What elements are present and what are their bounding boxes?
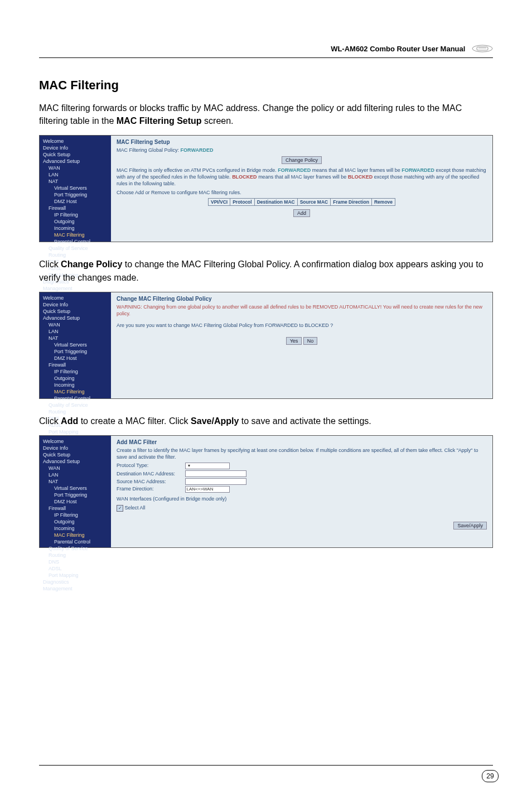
save-apply-button[interactable]: Save/Apply [453,522,487,530]
page-number: 29 [482,770,499,782]
policy-description: MAC Filtering is only effective on ATM P… [117,167,487,187]
screenshot-add-mac-filter: WelcomeDevice InfoQuick SetupAdvanced Se… [39,435,493,548]
sidebar-item[interactable]: DMZ Host [41,198,110,205]
sidebar-item[interactable]: Device Info [41,445,110,451]
add-filter-paragraph: Click Add to create a MAC filter. Click … [39,415,493,427]
sidebar-item[interactable]: Advanced Setup [41,158,110,165]
src-mac-label: Source MAC Address: [117,479,183,484]
sidebar-item[interactable]: Port Mapping [41,429,110,435]
src-mac-input[interactable] [185,478,246,485]
sidebar-item[interactable]: Parental Control [41,238,110,245]
select-all-checkbox[interactable]: ✓ [117,505,123,512]
protocol-type-select[interactable]: ▾ [185,463,230,469]
footer-rule [39,765,493,766]
no-button[interactable]: No [303,337,318,345]
sidebar-item[interactable]: Device Info [41,145,110,151]
sidebar-item[interactable]: Quick Setup [41,308,110,315]
panel-title: MAC Filtering Setup [117,139,487,145]
svg-point-0 [472,45,492,52]
sidebar-item[interactable]: Parental Control [41,538,110,545]
frame-direction-select[interactable]: LAN<=>WAN [185,486,230,493]
sidebar-item[interactable]: Virtual Servers [41,185,110,191]
device-icon [472,45,493,54]
sidebar-item[interactable]: DNS [41,559,110,565]
sidebar-item[interactable]: Welcome [41,138,110,145]
sidebar-item[interactable]: MAC Filtering [41,388,110,395]
sidebar-item[interactable]: Outgoing [41,518,110,525]
sidebar-item[interactable]: Welcome [41,438,110,445]
sidebar-item[interactable]: Welcome [41,295,110,301]
sidebar-item[interactable]: MAC Filtering [41,232,110,238]
sidebar-item[interactable]: DMZ Host [41,498,110,505]
confirm-text: Are you sure you want to change MAC Filt… [117,323,487,329]
sidebar-item[interactable]: Incoming [41,382,110,388]
sidebar-item[interactable]: IP Filtering [41,211,110,218]
table-header: Remove [371,199,395,206]
sidebar-item[interactable]: Port Triggering [41,348,110,355]
router-sidebar: WelcomeDevice InfoQuick SetupAdvanced Se… [40,436,111,547]
mac-filter-table: VPI/VCIProtocolDestination MACSource MAC… [208,198,395,206]
sidebar-item[interactable]: Incoming [41,525,110,532]
sidebar-item[interactable]: Advanced Setup [41,458,110,465]
sidebar-item[interactable]: NAT [41,478,110,485]
table-header: VPI/VCI [208,199,230,206]
sidebar-item[interactable]: WAN [41,165,110,171]
sidebar-item[interactable]: Quality of Service [41,245,110,252]
sidebar-item[interactable]: LAN [41,171,110,178]
manual-title: WL-AM602 Combo Router User Manual [331,45,465,53]
sidebar-item[interactable]: Port Mapping [41,572,110,579]
sidebar-item[interactable]: Firewall [41,205,110,211]
sidebar-item[interactable]: NAT [41,178,110,185]
sidebar-item[interactable]: LAN [41,328,110,335]
sidebar-item[interactable]: Firewall [41,362,110,368]
sidebar-item[interactable]: Diagnostics [41,579,110,585]
sidebar-item[interactable]: Quality of Service [41,402,110,408]
sidebar-item[interactable]: Routing [41,552,110,559]
yes-button[interactable]: Yes [286,337,302,345]
sidebar-item[interactable]: Advanced Setup [41,315,110,321]
sidebar-item[interactable]: Management [41,285,110,292]
add-filter-description: Create a filter to identify the MAC laye… [117,447,487,460]
sidebar-item[interactable]: Quick Setup [41,451,110,458]
sidebar-item[interactable]: Management [41,585,110,592]
panel-title: Add MAC Filter [117,439,487,445]
panel-title: Change MAC Filtering Global Policy [117,296,487,302]
sidebar-item[interactable]: Port Triggering [41,191,110,198]
sidebar-item[interactable]: WAN [41,321,110,328]
policy-line: MAC Filtering Global Policy: FORWARDED [117,147,487,153]
change-policy-button[interactable]: Change Policy [282,156,322,164]
sidebar-item[interactable]: NAT [41,335,110,341]
table-header: Frame Direction [331,199,372,206]
section-title: MAC Filtering [39,78,493,93]
sidebar-item[interactable]: IP Filtering [41,368,110,375]
router-main-panel: Add MAC Filter Create a filter to identi… [111,436,492,547]
table-header: Source MAC [297,199,331,206]
sidebar-item[interactable]: ADSL [41,565,110,572]
sidebar-item[interactable]: DMZ Host [41,355,110,362]
sidebar-item[interactable]: IP Filtering [41,512,110,518]
sidebar-item[interactable]: Quick Setup [41,151,110,158]
sidebar-item[interactable]: WAN [41,465,110,471]
sidebar-item[interactable]: Virtual Servers [41,341,110,348]
add-button[interactable]: Add [293,209,310,217]
table-header: Protocol [230,199,254,206]
sidebar-item[interactable]: Outgoing [41,218,110,225]
sidebar-item[interactable]: LAN [41,471,110,478]
router-main-panel: Change MAC Filtering Global Policy WARNI… [111,292,492,398]
intro-paragraph: MAC filtering forwards or blocks traffic… [39,102,493,127]
sidebar-item[interactable]: Outgoing [41,375,110,382]
table-header: Destination MAC [254,199,297,206]
change-policy-paragraph: Click Change Policy to change the MAC Fi… [39,258,493,283]
sidebar-item[interactable]: Parental Control [41,395,110,402]
add-remove-hint: Choose Add or Remove to configure MAC fi… [117,190,487,196]
screenshot-mac-filtering-setup: WelcomeDevice InfoQuick SetupAdvanced Se… [39,135,493,242]
sidebar-item[interactable]: Firewall [41,505,110,512]
sidebar-item[interactable]: MAC Filtering [41,532,110,538]
sidebar-item[interactable]: Quality of Service [41,545,110,552]
sidebar-item[interactable]: Virtual Servers [41,485,110,492]
sidebar-item[interactable]: Incoming [41,225,110,232]
dest-mac-input[interactable] [185,470,246,477]
sidebar-item[interactable]: Port Triggering [41,492,110,498]
sidebar-item[interactable]: Device Info [41,301,110,308]
dest-mac-label: Destination MAC Address: [117,471,183,476]
